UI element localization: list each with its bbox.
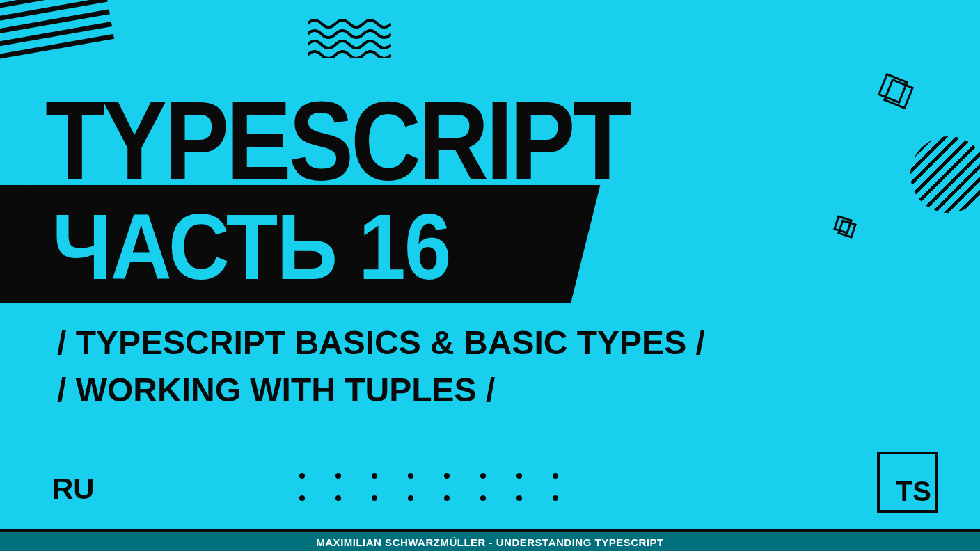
hatched-circle-icon — [910, 136, 980, 213]
waves-icon — [308, 17, 391, 58]
footer-credit: MAXIMILIAN SCHWARZMÜLLER - UNDERSTANDING… — [0, 529, 980, 551]
slide-thumbnail: TYPESCRIPT ЧАСТЬ 16 / TYPESCRIPT BASICS … — [0, 0, 980, 551]
typescript-logo-text: TS — [896, 476, 931, 507]
dot-grid-icon — [299, 473, 560, 502]
language-badge: RU — [52, 472, 95, 506]
part-number: ЧАСТЬ 16 — [52, 193, 450, 301]
square-outline-icon — [837, 219, 857, 239]
typescript-logo: TS — [877, 452, 938, 513]
subtitle-line-1: / TYPESCRIPT BASICS & BASIC TYPES / — [57, 324, 705, 362]
subtitle-line-2: / WORKING WITH TUPLES / — [57, 371, 495, 409]
